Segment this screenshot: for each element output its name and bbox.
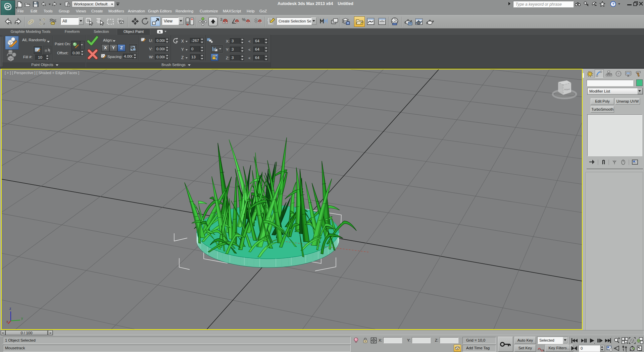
svg-text:?: ? bbox=[612, 2, 614, 6]
svg-text:ABC: ABC bbox=[268, 22, 274, 25]
svg-text:x: x bbox=[6, 319, 8, 324]
svg-text:RIGHT: RIGHT bbox=[564, 88, 570, 91]
svg-text:3: 3 bbox=[220, 17, 222, 21]
svg-text:y: y bbox=[21, 316, 23, 320]
svg-text:%: % bbox=[242, 17, 246, 22]
svg-text:z: z bbox=[9, 306, 11, 310]
